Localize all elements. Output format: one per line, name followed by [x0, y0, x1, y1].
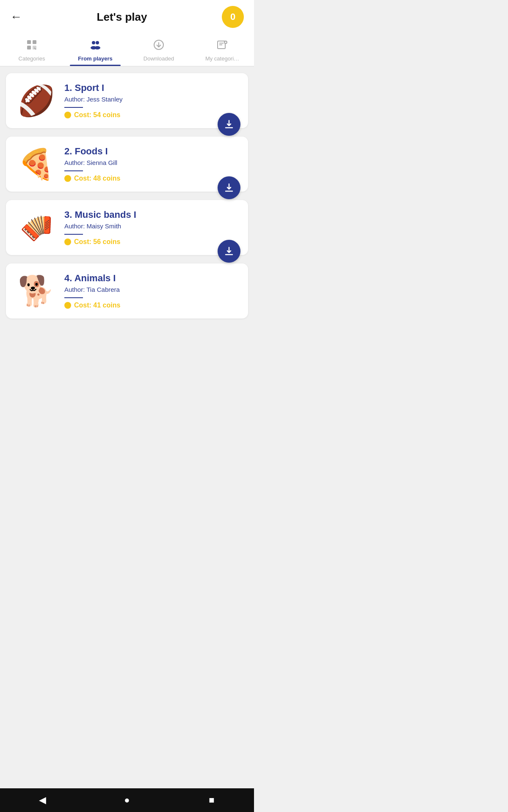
- tab-downloaded-label: Downloaded: [144, 55, 174, 62]
- downloaded-icon: [153, 39, 165, 53]
- card-4-info: 4. Animals I Author: Tia Cabrera Cost: 4…: [64, 273, 241, 309]
- download-icon-2: [224, 183, 234, 193]
- svg-rect-1: [33, 40, 36, 44]
- svg-point-6: [96, 41, 99, 44]
- card-2-underline: [64, 170, 83, 171]
- card-2-author: Author: Sienna Gill: [64, 159, 241, 166]
- card-1-download-button[interactable]: [218, 113, 240, 136]
- card-4-image: 🐕: [13, 274, 59, 308]
- download-icon-1: [224, 119, 234, 129]
- card-3-cost: Cost: 56 coins: [64, 238, 241, 246]
- content-area: 🏈 1. Sport I Author: Jess Stanley Cost: …: [0, 66, 254, 361]
- card-1-author: Author: Jess Stanley: [64, 96, 241, 103]
- card-2-cost: Cost: 48 coins: [64, 175, 241, 182]
- cost-dot-2: [64, 175, 71, 182]
- card-1: 🏈 1. Sport I Author: Jess Stanley Cost: …: [6, 73, 248, 128]
- card-1-cost: Cost: 54 coins: [64, 111, 241, 119]
- card-3-image: 🪗: [13, 212, 59, 243]
- card-2-download-button[interactable]: [218, 176, 240, 199]
- card-4-title: 4. Animals I: [64, 273, 241, 284]
- card-1-image: 🏈: [13, 83, 59, 118]
- back-button[interactable]: ←: [10, 10, 22, 24]
- card-1-cost-label: Cost: 54 coins: [74, 111, 120, 119]
- card-3-title: 3. Music bands I: [64, 209, 241, 220]
- card-2-info: 2. Foods I Author: Sienna Gill Cost: 48 …: [64, 146, 241, 182]
- svg-rect-0: [27, 40, 31, 44]
- card-4-cost-label: Cost: 41 coins: [74, 302, 120, 309]
- card-4: 🐕 4. Animals I Author: Tia Cabrera Cost:…: [6, 263, 248, 318]
- card-2-cost-label: Cost: 48 coins: [74, 175, 120, 182]
- page-title: Let's play: [97, 11, 147, 24]
- tab-downloaded[interactable]: Downloaded: [127, 34, 190, 66]
- card-4-cost: Cost: 41 coins: [64, 302, 241, 309]
- card-4-underline: [64, 297, 83, 298]
- nav-tabs: Categories From players Downloaded: [0, 34, 254, 66]
- card-1-underline: [64, 107, 83, 108]
- svg-point-8: [94, 46, 100, 49]
- cost-dot-3: [64, 239, 71, 245]
- tab-my-categories-label: My categori…: [205, 55, 239, 62]
- header: ← Let's play 0: [0, 0, 254, 34]
- card-1-info: 1. Sport I Author: Jess Stanley Cost: 54…: [64, 82, 241, 119]
- cost-dot-1: [64, 112, 71, 118]
- cost-dot-4: [64, 302, 71, 309]
- svg-point-5: [92, 41, 95, 44]
- card-3-underline: [64, 234, 83, 235]
- tab-categories-label: Categories: [19, 55, 45, 62]
- categories-icon: [26, 39, 38, 53]
- from-players-icon: [89, 39, 101, 53]
- card-3-cost-label: Cost: 56 coins: [74, 238, 120, 246]
- download-icon-3: [224, 246, 234, 256]
- card-2-title: 2. Foods I: [64, 146, 241, 157]
- card-2: 🍕 2. Foods I Author: Sienna Gill Cost: 4…: [6, 137, 248, 192]
- tab-categories[interactable]: Categories: [0, 34, 64, 66]
- coin-badge: 0: [222, 6, 244, 28]
- card-1-title: 1. Sport I: [64, 82, 241, 93]
- card-2-image: 🍕: [13, 147, 59, 181]
- card-4-author: Author: Tia Cabrera: [64, 286, 241, 293]
- svg-rect-2: [27, 46, 31, 49]
- coin-count: 0: [230, 11, 235, 22]
- my-categories-icon: [216, 39, 228, 53]
- card-3: 🪗 3. Music bands I Author: Maisy Smith C…: [6, 200, 248, 255]
- card-3-download-button[interactable]: [218, 240, 240, 263]
- card-3-info: 3. Music bands I Author: Maisy Smith Cos…: [64, 209, 241, 246]
- tab-from-players[interactable]: From players: [64, 34, 127, 66]
- tab-from-players-label: From players: [78, 55, 113, 62]
- card-3-author: Author: Maisy Smith: [64, 222, 241, 230]
- tab-my-categories[interactable]: My categori…: [190, 34, 254, 66]
